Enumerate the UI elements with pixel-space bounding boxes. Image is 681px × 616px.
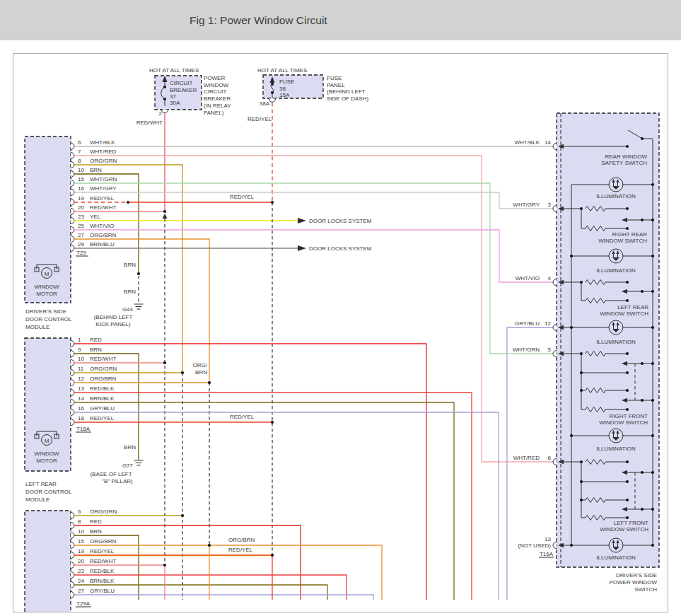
- panel-caption-3: SWITCH: [634, 586, 657, 593]
- power-window-switch-panel: REAR WINDOW SAFETY SWITCH RIGHT REAR WIN…: [553, 113, 659, 567]
- pin-name: WHT/GRY: [90, 185, 117, 192]
- lamp-icon: [609, 429, 623, 443]
- pin3-name: WHT/GRY: [513, 202, 540, 208]
- breaker-l3: 37: [170, 93, 176, 100]
- lf-switch-label-2: WINDOW SWITCH: [600, 526, 648, 533]
- lamp-icon: [609, 249, 623, 263]
- wire-label-org-brn-m3: ORG/BRN: [228, 537, 255, 543]
- wire-label-org-1: ORG/: [193, 362, 208, 368]
- pin-name: WHT/RED: [90, 149, 117, 155]
- brn-label-1: BRN: [124, 262, 136, 268]
- pin-num: 9: [78, 347, 81, 353]
- fuse-desc-1: FUSE: [327, 75, 342, 81]
- m1-connector-label: T29: [76, 250, 86, 256]
- pin-name: RED/WHT: [90, 558, 116, 564]
- rf-switch-label-2: WINDOW SWITCH: [599, 419, 648, 426]
- g44-desc-2: KICK PANEL): [95, 321, 131, 327]
- breaker-l2: BREAKER: [170, 87, 197, 93]
- illumination-label-1: ILLUMINATION: [596, 193, 636, 199]
- lr-switch-label-2: WINDOW SWITCH: [600, 310, 648, 317]
- pin-num: 12: [78, 376, 84, 382]
- pin-name: ORG/GRN: [90, 509, 117, 515]
- illumination-label-3: ILLUMINATION: [596, 339, 636, 345]
- page-title: Fig 1: Power Window Circuit: [190, 14, 327, 26]
- pin-num: 1: [78, 337, 81, 343]
- breaker-desc-6: PANEL): [204, 110, 224, 116]
- m2-motor-label-2: MOTOR: [36, 458, 57, 464]
- pin-num: 14: [78, 395, 84, 402]
- lamp-icon: [609, 178, 623, 192]
- breaker-desc-1: POWER: [204, 75, 225, 81]
- pin4-num: 4: [548, 275, 552, 281]
- rf-switch-label-1: RIGHT FRONT: [609, 413, 648, 419]
- pin-name: RED/YEL: [90, 415, 115, 422]
- breaker-pin: 2: [159, 110, 163, 117]
- pin-name: RED: [90, 337, 102, 343]
- pin14-num: 14: [545, 139, 551, 146]
- fuse-l2: 38: [279, 86, 286, 92]
- illumination-label-2: ILLUMINATION: [596, 267, 636, 274]
- breaker-l1: CIRCUIT: [170, 80, 193, 86]
- wire-label-red-yel-feed: RED/YEL: [248, 116, 272, 122]
- pin-name: ORG/BRN: [90, 538, 117, 545]
- pin-name: RED/WHT: [90, 356, 116, 362]
- power-window-circuit-diagram: Fig 1: Power Window Circuit HOT AT ALL T…: [0, 0, 681, 616]
- pin-name: RED/WHT: [90, 204, 116, 211]
- brn-label-2: BRN: [124, 289, 136, 295]
- pin-name: RED/YEL: [90, 195, 115, 202]
- motor-m: M: [45, 438, 50, 444]
- panel-caption-2: POWER WINDOW: [609, 579, 657, 586]
- pin-num: 24: [78, 578, 84, 584]
- pin13-num: 13: [545, 536, 551, 542]
- g44-label: G44: [122, 306, 134, 313]
- pin5-num: 5: [548, 347, 552, 353]
- pin-num: 23: [78, 568, 84, 574]
- pin-num: 6: [78, 139, 81, 146]
- pin-name: GRY/BLU: [90, 405, 115, 412]
- pin-name: YEL: [90, 214, 101, 220]
- pin-num: 8: [78, 158, 81, 164]
- lr-switch-label-1: LEFT REAR: [617, 304, 648, 310]
- m2-connector-label: T18A: [76, 426, 91, 432]
- m1-motor-label-1: WINDOW: [34, 284, 59, 290]
- g44-desc-1: (BEHIND LEFT: [94, 314, 133, 320]
- pin-num: 18: [78, 415, 84, 422]
- g77-label: G77: [122, 463, 134, 469]
- pin-num: 7: [78, 149, 81, 155]
- pin-name: WHT/BLK: [90, 139, 115, 146]
- lamp-icon: [609, 320, 623, 335]
- pin-num: 15: [78, 538, 84, 545]
- header-bar: [0, 0, 681, 40]
- pin6-num: 6: [548, 455, 552, 461]
- pin-name: BRN: [90, 347, 102, 353]
- fuse-desc-4: SIDE OF DASH): [327, 95, 368, 102]
- m1-motor-label-2: MOTOR: [36, 291, 57, 297]
- pin-num: 23: [78, 214, 84, 220]
- pin-num: 10: [78, 356, 84, 362]
- lf-switch-label-1: LEFT FRONT: [614, 520, 648, 526]
- pin-name: BRN/BLU: [90, 241, 115, 248]
- pin-name: GRY/BLU: [90, 588, 115, 594]
- m2-motor-label-1: WINDOW: [34, 451, 59, 457]
- breaker-desc-2: WINDOW: [204, 82, 229, 88]
- pin-name: ORG/BRN: [90, 232, 117, 238]
- illumination-label-5: ILLUMINATION: [596, 554, 636, 561]
- pin-name: ORG/GRN: [90, 366, 117, 372]
- safety-switch-label-2: SAFETY SWITCH: [601, 160, 647, 166]
- fuse-l1: FUSE: [279, 79, 294, 85]
- pin-num: 27: [78, 232, 84, 238]
- pin-name: BRN/BLK: [90, 578, 115, 584]
- pin-num: 19: [78, 195, 84, 202]
- pin13-name: (NOT USED): [518, 542, 551, 549]
- wire-label-red-yel-m2: RED/YEL: [230, 414, 255, 420]
- pin-name: WHT/VIO: [90, 223, 114, 229]
- g77-desc-1: (BASE OF LEFT: [90, 471, 132, 477]
- pin-num: 10: [78, 167, 84, 173]
- pin-name: RED/YEL: [90, 548, 115, 554]
- pin-num: 19: [78, 548, 84, 554]
- m1-label-1: DRIVER'S SIDE: [25, 308, 66, 315]
- pin-num: 16: [78, 405, 84, 412]
- pin-num: 11: [78, 366, 84, 372]
- safety-switch-label-1: REAR WINDOW: [605, 153, 647, 160]
- brn-label-3: BRN: [124, 444, 136, 451]
